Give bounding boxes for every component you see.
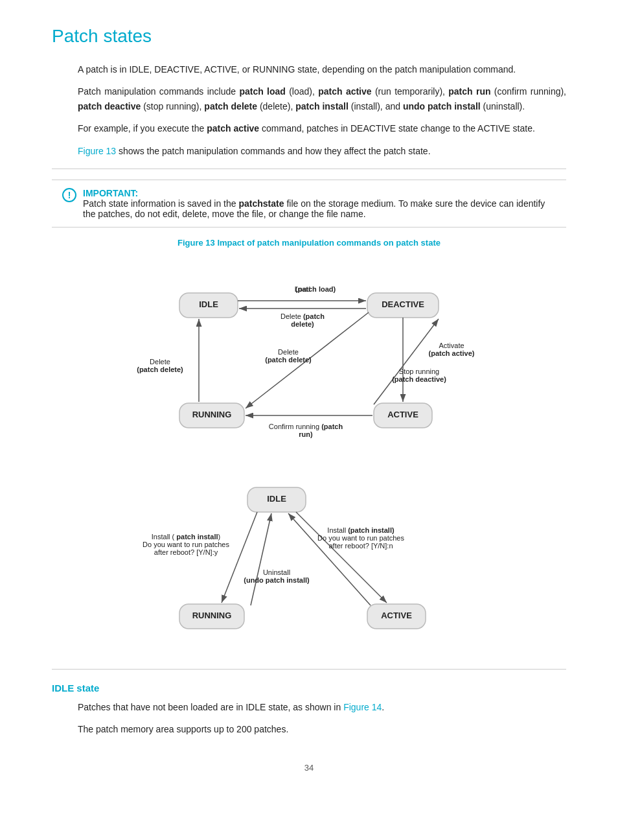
svg-text:ACTIVE: ACTIVE [387,410,418,419]
svg-text:Do you want to run  patches: Do you want to run patches [143,541,229,548]
idle-para1: Patches that have not been loaded are in… [78,700,566,714]
svg-text:after  reboot? [Y/N]:y: after reboot? [Y/N]:y [154,548,218,556]
svg-text:(patch delete): (patch delete) [137,366,183,373]
svg-text:Delete (patch: Delete (patch [280,312,325,320]
svg-text:DEACTIVE: DEACTIVE [382,299,424,309]
svg-text:IDLE: IDLE [267,494,286,504]
figure14-link[interactable]: Figure 14 [343,702,382,712]
svg-line-48 [251,513,271,605]
svg-text:IDLE: IDLE [199,299,218,309]
svg-text:Delete: Delete [150,358,170,366]
svg-line-22 [374,319,439,404]
svg-text:Stop running: Stop running [399,368,439,375]
svg-text:Activate: Activate [439,342,464,349]
svg-text:Delete: Delete [278,348,299,356]
divider-important [52,169,566,169]
svg-text:(patch deactive): (patch deactive) [392,375,446,383]
important-text: Patch state information is saved in the … [83,198,556,219]
important-box: ! IMPORTANT: Patch state information is … [52,180,566,228]
svg-text:delete): delete) [291,320,314,328]
svg-line-39 [222,512,257,603]
important-label: IMPORTANT: [83,188,556,198]
intro-para4: Figure 13 shows the patch manipulation c… [78,144,566,158]
divider-idle [52,669,566,670]
figure13-link[interactable]: Figure 13 [78,146,116,156]
important-content: IMPORTANT: Patch state information is sa… [83,188,556,219]
svg-text:(patch load): (patch load) [295,285,336,293]
svg-text:Do you want to run patches: Do you want to run patches [317,534,404,542]
svg-text:Uninstall: Uninstall [263,568,290,576]
svg-line-43 [296,512,387,603]
intro-para3: For example, if you execute the patch ac… [78,121,566,135]
svg-text:Install ( patch install): Install ( patch install) [152,533,220,541]
svg-text:(patch delete): (patch delete) [265,356,312,364]
svg-text:(patch active): (patch active) [429,349,475,357]
svg-text:RUNNING: RUNNING [192,410,232,419]
idle-para2: The patch memory area supports up to 200… [78,722,566,736]
important-icon: ! [62,188,76,202]
svg-text:ACTIVE: ACTIVE [381,611,412,620]
intro-para1: A patch is in IDLE, DEACTIVE, ACTIVE, or… [78,62,566,76]
svg-text:(undo patch install): (undo patch install) [244,576,310,584]
figure13-diagram: IDLE DEACTIVE RUNNING ACTIVE Load (patch… [52,254,566,461]
svg-text:RUNNING: RUNNING [192,611,232,620]
svg-text:run): run) [299,430,313,438]
svg-text:Install (patch install): Install (patch install) [327,526,395,534]
page-number: 34 [52,763,566,773]
idle-state-heading: IDLE state [52,682,566,694]
intro-para2: Patch manipulation commands include patc… [78,84,566,113]
svg-text:Confirm running (patch: Confirm running (patch [269,423,343,430]
page-title: Patch states [52,26,566,47]
figure13-diagram2: IDLE RUNNING ACTIVE Install ( patch inst… [52,474,566,656]
figure13-caption: Figure 13 Impact of patch manipulation c… [52,238,566,248]
svg-text:after reboot? [Y/N]:n: after reboot? [Y/N]:n [328,542,393,550]
